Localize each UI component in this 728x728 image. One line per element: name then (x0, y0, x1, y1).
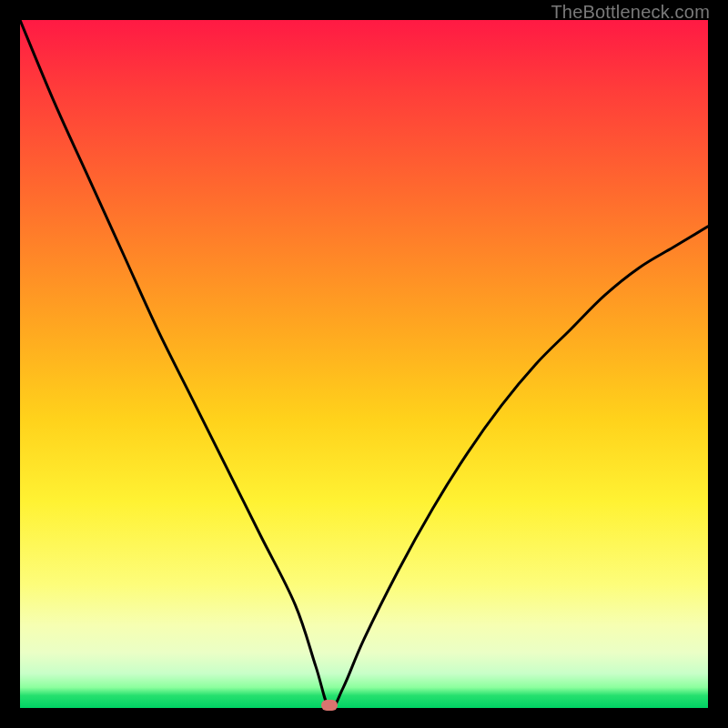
optimum-marker (321, 700, 338, 711)
plot-area (20, 20, 708, 708)
chart-frame: TheBottleneck.com (0, 0, 728, 728)
bottleneck-curve (20, 20, 708, 708)
